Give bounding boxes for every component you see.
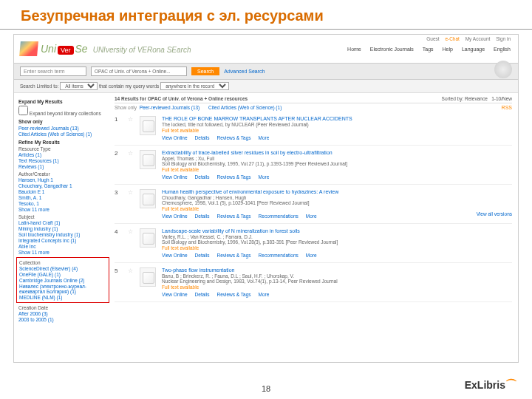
fulltext-badge: Full text available [162,128,512,133]
facet-link[interactable]: Mining industry (1) [18,226,107,231]
facet-link[interactable]: Articles (1) [18,152,107,157]
rss-icon[interactable]: RSS [502,105,512,110]
facet-link[interactable]: Smith, A. 1 [18,195,107,200]
facet-link[interactable]: Cambridge Journals Online (2) [19,278,106,283]
results-main: 14 Results for OPAC of Univ. of Verona +… [112,93,518,326]
result-count: 14 Results for OPAC of Univ. of Verona +… [115,96,248,101]
search-button[interactable]: Search [191,67,219,75]
signin-link[interactable]: Sign in [496,36,511,41]
facet-link[interactable]: Peer-reviewed Journals (13) [18,126,107,131]
search-scope-select[interactable]: OPAC of Univ. of Verona + Online... [91,66,187,76]
refine-heading: Refine My Results [18,140,107,145]
expand-checkbox[interactable]: Expand beyond library collections [18,111,101,116]
fulltext-badge: Full text available [162,167,512,172]
slide-number: 18 [262,384,270,393]
star-icon[interactable]: ☆ [128,189,134,219]
action-link[interactable]: Details [195,174,210,180]
advanced-search-link[interactable]: Advanced Search [224,69,265,74]
action-link[interactable]: More [259,174,270,180]
facet-subhead: Author/Creator [18,171,107,177]
result-source: Soil Biology and Biochemistry, 1996, Vol… [162,239,512,245]
view-versions-link[interactable]: View all versions [477,211,512,216]
result-title-link[interactable]: Extractability of trace-labelled silver … [162,150,512,155]
action-link[interactable]: View Online [162,292,188,297]
facet-link[interactable]: OneFile (GALE) (1) [19,272,106,277]
result-title-link[interactable]: Two-phase flow instrumentation [162,267,512,273]
result-item: 1 ☆ THE ROLE OF BONE MARROW TRANSPLANTS … [115,112,512,146]
nav-ejournals[interactable]: Electronic Journals [370,47,414,52]
echat-link[interactable]: e-Chat [445,36,460,41]
paging[interactable]: 1-10/New [491,96,512,101]
action-link[interactable]: Details [195,253,210,258]
logo[interactable]: UniVerSe UNIversity of VERona SEarch [20,41,191,56]
account-link[interactable]: My Account [466,36,491,41]
action-link[interactable]: View Online [162,253,188,258]
facet-link[interactable]: Integrated Concepts inc (1) [18,238,107,243]
action-link[interactable]: More [306,253,317,258]
action-link[interactable]: View Online [162,214,188,219]
action-link[interactable]: More [259,292,270,297]
result-number: 5 [115,267,122,297]
exlibris-logo: ExLibris⌒ [465,378,517,393]
action-link[interactable]: View Online [162,174,188,180]
star-icon[interactable]: ☆ [128,267,134,297]
nav-home[interactable]: Home [347,47,361,52]
star-icon[interactable]: ☆ [128,150,134,180]
action-link[interactable]: Reviews & Tags [216,135,250,140]
action-link[interactable]: Recommendations [259,253,299,258]
facet-link[interactable]: Reviews (1) [18,164,107,169]
action-link[interactable]: Reviews & Tags [216,253,250,258]
result-authors: The locked, title not followed, by NUCLE… [162,122,512,127]
facet-link[interactable]: Cited Articles (Web of Science) (1) [18,132,107,137]
result-item: 2 ☆ Extractability of trace-labelled sil… [115,146,512,185]
showonly-label: Show only [115,105,137,110]
facet-link[interactable]: ScienceDirect (Elsevier) (4) [19,266,106,271]
limit-where-select[interactable]: anywhere in the record [160,82,229,90]
facet-link[interactable]: Нивалес (электронно-журнал-ежеквартал Бо… [19,284,106,294]
sort-select[interactable]: Sorted by: Relevance [442,96,488,101]
facet-link[interactable]: Text Resources (1) [18,158,107,163]
facet-link[interactable]: Tesoko, 1 [18,201,107,206]
nav-lang[interactable]: Language [462,47,485,52]
action-link[interactable]: Details [195,214,210,219]
facet-link[interactable]: Latin-hand Craft (1) [18,220,107,225]
facet-link[interactable]: 2003 to 2005 (1) [18,317,107,322]
nav-english[interactable]: English [494,47,511,52]
result-number: 2 [115,150,122,180]
action-link[interactable]: More [259,135,270,140]
facet-link[interactable]: MEDLINE (NLM) (1) [19,295,106,300]
facet-link[interactable]: Hansen, Hugh 1 [18,177,107,183]
result-source: Chemosphere, 1998, Vol.1 (5), p.1029-104… [162,200,512,205]
action-link[interactable]: Reviews & Tags [216,214,250,219]
show-more-link[interactable]: Show 11 more [18,207,107,212]
action-link[interactable]: Reviews & Tags [216,174,250,180]
action-link[interactable]: Recommendations [259,214,299,219]
result-title-link[interactable]: Landscape-scale variability of N mineral… [162,228,512,233]
facet-link[interactable]: Soil biochemistry industry (1) [18,232,107,237]
result-title-link[interactable]: Human health perspective of environmenta… [162,189,512,194]
result-title-link[interactable]: THE ROLE OF BONE MARROW TRANSPLANTS AFTE… [162,116,512,121]
facet-link[interactable]: After 2006 (3) [18,311,107,316]
action-link[interactable]: Details [195,135,210,140]
nav-help[interactable]: Help [443,47,453,52]
facet-chip[interactable]: Peer-reviewed Journals (13) [140,105,200,110]
limit-items-select[interactable]: All items [60,82,98,90]
action-link[interactable]: Details [195,292,210,297]
star-icon[interactable]: ☆ [128,116,134,140]
facet-link[interactable]: Chouchary, Gangadhar 1 [18,183,107,188]
facet-link[interactable]: Baudoin E 1 [18,189,107,194]
facet-subhead: Subject [18,214,107,219]
result-source: Soil Biology and Biochemistry, 1995, Vol… [162,161,512,166]
site-header: UniVerSe UNIversity of VERona SEarch Gue… [14,35,518,63]
action-link[interactable]: View Online [162,135,188,140]
facet-link[interactable]: Able Inc [18,244,107,249]
facet-subhead: Collection [19,260,106,265]
action-link[interactable]: Reviews & Tags [216,292,250,297]
star-icon[interactable]: ☆ [128,228,134,258]
facet-chip[interactable]: Cited Articles (Web of Science) (1) [208,105,282,110]
result-source: Nuclear Engineering and Design, 1983, Vo… [162,279,512,284]
nav-tags[interactable]: Tags [423,47,434,52]
show-more-link[interactable]: Show 11 more [18,250,107,255]
search-input[interactable]: Enter search term [20,66,86,76]
action-link[interactable]: More [306,214,317,219]
